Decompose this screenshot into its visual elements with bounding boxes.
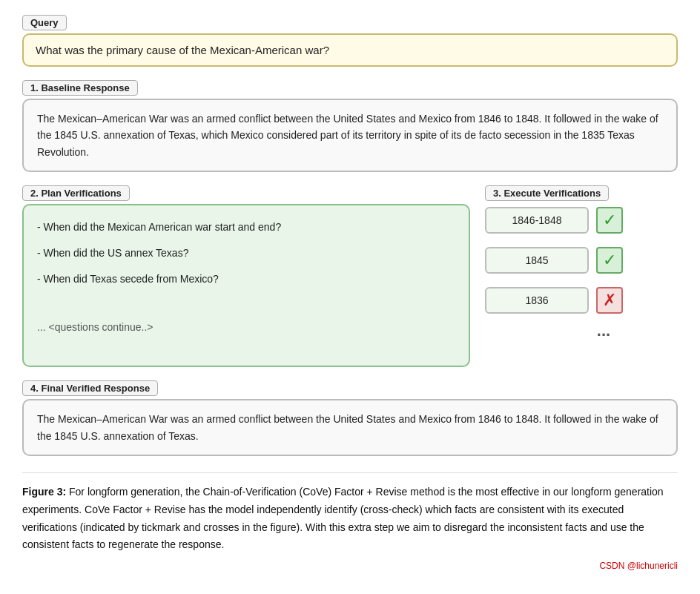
plan-item-1: - When did the Mexican American war star… xyxy=(37,216,455,239)
baseline-section: 1. Baseline Response The Mexican–America… xyxy=(22,80,678,172)
plan-item-2: - When did the US annex Texas? xyxy=(37,242,455,265)
plan-item-3: - When did Texas secede from Mexico? xyxy=(37,268,455,291)
verify-answer-1: 1846-1848 xyxy=(485,207,589,234)
query-box: What was the primary cause of the Mexica… xyxy=(22,33,678,67)
ellipsis: ... xyxy=(485,321,678,340)
execute-section: 3. Execute Verifications 1846-1848 ✓ 184… xyxy=(485,185,678,340)
verify-row-2: 1845 ✓ xyxy=(485,247,678,274)
execute-label: 3. Execute Verifications xyxy=(485,185,609,201)
final-section: 4. Final Verified Response The Mexican–A… xyxy=(22,380,678,456)
checkmark-icon-2: ✓ xyxy=(603,251,616,270)
query-section: Query What was the primary cause of the … xyxy=(22,15,678,67)
verify-icon-1: ✓ xyxy=(596,207,623,234)
middle-section: 2. Plan Verifications - When did the Mex… xyxy=(22,185,678,367)
baseline-label: 1. Baseline Response xyxy=(22,80,138,96)
watermark: CSDN @lichunericli xyxy=(22,558,678,573)
plan-box: - When did the Mexican American war star… xyxy=(22,204,470,367)
figure-caption: Figure 3: For longform generation, the C… xyxy=(22,472,678,574)
final-box: The Mexican–American War was an armed co… xyxy=(22,399,678,456)
verify-rows: 1846-1848 ✓ 1845 ✓ 1836 ✗ xyxy=(485,207,678,314)
plan-more: ... <questions continue..> xyxy=(37,321,153,333)
verify-icon-2: ✓ xyxy=(596,247,623,274)
baseline-box: The Mexican–American War was an armed co… xyxy=(22,99,678,172)
plan-section: 2. Plan Verifications - When did the Mex… xyxy=(22,185,470,367)
caption-text: For longform generation, the Chain-of-Ve… xyxy=(22,486,664,550)
execute-label-wrapper: 3. Execute Verifications xyxy=(485,185,678,201)
checkmark-icon: ✓ xyxy=(603,211,616,230)
final-label: 4. Final Verified Response xyxy=(22,380,158,396)
query-label: Query xyxy=(22,15,67,30)
cross-icon: ✗ xyxy=(603,291,616,310)
verify-answer-2: 1845 xyxy=(485,247,589,274)
verify-row-3: 1836 ✗ xyxy=(485,287,678,314)
verify-icon-3: ✗ xyxy=(596,287,623,314)
verify-row-1: 1846-1848 ✓ xyxy=(485,207,678,234)
plan-label: 2. Plan Verifications xyxy=(22,185,130,201)
figure-label: Figure 3: xyxy=(22,486,66,498)
verify-answer-3: 1836 xyxy=(485,287,589,314)
